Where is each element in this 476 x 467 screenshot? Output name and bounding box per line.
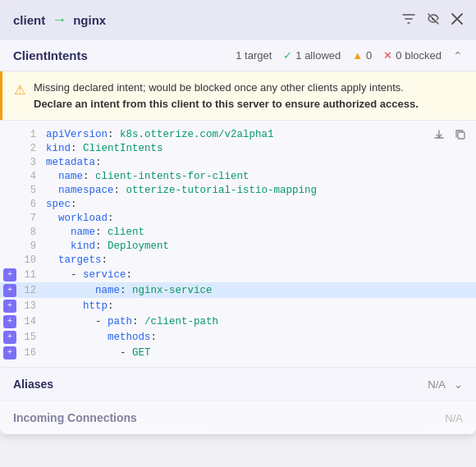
warn-stat: ▲ 0 [352,49,372,62]
line-content: workload: [46,213,476,224]
source-title: client [13,13,45,27]
aliases-label: Aliases [13,378,53,391]
line-number: 1 [16,129,46,140]
target-count: 1 target [236,49,272,62]
allowed-count: 1 allowed [295,49,341,62]
target-stat: 1 target [236,49,272,62]
download-button[interactable] [432,127,446,144]
expand-button[interactable]: + [3,284,16,297]
line-content: - path: /client-path [46,316,476,327]
collapse-icon[interactable]: ⌃ [453,49,463,62]
header-icons [402,12,463,29]
line-content: targets: [46,254,476,266]
line-number: 16 [16,347,46,359]
warn-count: 0 [366,49,372,62]
aliases-section[interactable]: Aliases N/A ⌄ [0,367,476,401]
table-row: +13 http: [0,298,476,314]
line-content: name: client-intents-for-client [46,171,476,182]
line-content: apiVersion: k8s.otterize.com/v2alpha1 [46,129,476,140]
aliases-right: N/A ⌄ [428,378,463,391]
target-title: nginx [73,13,106,27]
warning-banner: ⚠ Missing declared intent; would be bloc… [0,71,476,120]
table-row: 3metadata: [0,155,476,169]
table-row: 2kind: ClientIntents [0,141,476,155]
line-number: 4 [16,171,46,182]
close-icon[interactable] [451,13,463,28]
line-number: 10 [16,254,46,266]
expand-button[interactable]: + [3,300,16,313]
eye-off-icon[interactable] [427,12,440,29]
line-number: 7 [16,213,46,224]
line-content: kind: Deployment [46,240,476,252]
line-content: http: [46,300,476,312]
table-row: 4 name: client-intents-for-client [0,169,476,183]
table-row: 6spec: [0,197,476,211]
incoming-right: N/A [445,412,463,424]
table-row: 8 name: client [0,225,476,239]
aliases-chevron-icon: ⌄ [454,378,463,391]
copy-button[interactable] [453,127,468,144]
table-row: +14 - path: /client-path [0,314,476,329]
line-content: metadata: [46,157,476,168]
line-number: 11 [16,269,46,281]
line-content: name: nginx-service [46,285,476,296]
table-row: 10 targets: [0,253,476,267]
code-toolbar [432,127,468,144]
line-content: - service: [46,269,476,281]
line-content: spec: [46,199,476,210]
code-block: 1apiVersion: k8s.otterize.com/v2alpha12k… [0,120,476,367]
block-icon: ✕ [383,49,392,62]
line-content: - GET [46,347,476,359]
expand-button[interactable]: + [3,268,16,282]
line-number: 5 [16,185,46,196]
header-left: client → nginx [13,11,106,29]
line-number: 6 [16,199,46,210]
arrow-icon: → [52,11,66,29]
incoming-label: Incoming Connections [13,411,137,424]
table-row: 9 kind: Deployment [0,239,476,253]
line-number: 9 [16,240,46,252]
warn-icon: ▲ [352,49,363,62]
table-row: +15 methods: [0,329,476,345]
main-panel: client → nginx ClientIntents [0,0,476,434]
incoming-value: N/A [445,412,463,424]
warning-triangle-icon: ⚠ [14,80,25,100]
allowed-stat: ✓ 1 allowed [283,49,341,62]
table-row: +11 - service: [0,267,476,282]
expand-button[interactable]: + [3,315,16,328]
line-number: 2 [16,143,46,154]
expand-button[interactable]: + [3,346,16,359]
line-number: 3 [16,157,46,168]
check-icon: ✓ [283,49,292,62]
line-content: methods: [46,332,476,343]
table-row: 1apiVersion: k8s.otterize.com/v2alpha1 [0,127,476,141]
sub-header: ClientIntents 1 target ✓ 1 allowed ▲ 0 ✕… [0,40,476,71]
code-lines: 1apiVersion: k8s.otterize.com/v2alpha12k… [0,121,476,367]
incoming-section[interactable]: Incoming Connections N/A [0,401,476,434]
line-number: 14 [16,316,46,327]
svg-rect-0 [458,132,465,139]
expand-button[interactable]: + [3,331,16,344]
blocked-stat: ✕ 0 blocked [383,49,442,62]
line-number: 15 [16,332,46,343]
client-intents-title: ClientIntents [13,48,88,62]
line-number: 13 [16,300,46,312]
line-content: name: client [46,227,476,238]
warning-text: Missing declared intent; would be blocke… [34,80,419,112]
table-row: 5 namespace: otterize-tutorial-istio-map… [0,183,476,197]
table-row: +12 name: nginx-service [0,282,476,298]
filter-icon[interactable] [402,12,415,29]
aliases-value: N/A [428,378,446,391]
line-number: 8 [16,227,46,238]
table-row: +16 - GET [0,345,476,360]
line-content: namespace: otterize-tutorial-istio-mappi… [46,185,476,196]
table-row: 7 workload: [0,211,476,225]
blocked-count: 0 blocked [396,49,442,62]
line-number: 12 [16,285,46,296]
line-content: kind: ClientIntents [46,143,476,154]
header: client → nginx [0,0,476,40]
stats-area: 1 target ✓ 1 allowed ▲ 0 ✕ 0 blocked ⌃ [236,49,463,62]
